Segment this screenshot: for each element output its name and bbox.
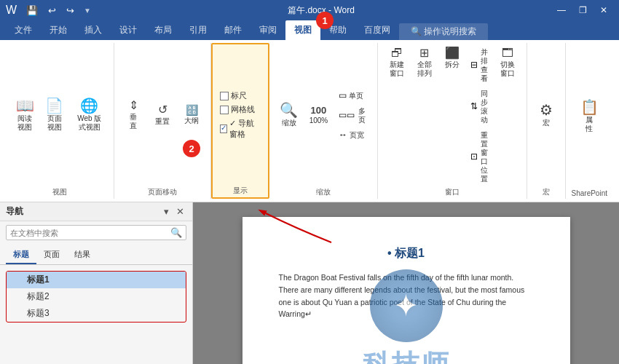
multi-page-icon: ▭▭ (339, 110, 355, 120)
gridlines-checkbox-row[interactable]: 网格线 (218, 103, 256, 116)
doc-newline-1 (279, 326, 534, 335)
doc-newline-3 (279, 344, 534, 352)
doc-newline-4 (279, 352, 534, 361)
web-view-icon: 🌐 (80, 98, 98, 113)
ribbon-tab-bar: 文件 开始 插入 设计 布局 引用 邮件 审阅 视图 1 帮助 百度网 🔍 操作… (0, 20, 619, 40)
window-right-buttons: ⊟ 并排查看 ⇅ 同步滚动 ⊡ 重置窗口位置 (467, 44, 493, 186)
split-button[interactable]: ⬛ 拆分 (439, 44, 465, 72)
properties-button[interactable]: 📋 属性 (575, 97, 604, 136)
macro-icon: ⚙ (540, 103, 553, 117)
sync-scroll-icon: ⇅ (470, 101, 478, 111)
gridlines-label: 网格线 (231, 104, 255, 115)
sync-scroll-button[interactable]: ⇅ 同步滚动 (467, 86, 493, 127)
reset-label: 重置 (155, 117, 170, 126)
multi-page-label: 多页 (357, 107, 368, 124)
doc-newline-5 (279, 361, 534, 364)
document-page: 标题1 The Dragon Boat Festival falls on th… (243, 217, 570, 364)
quick-redo-button[interactable]: ↪ (63, 4, 78, 17)
doc-newline-2 (279, 335, 534, 344)
new-window-button[interactable]: 🗗 新建窗口 (384, 44, 410, 81)
large-label: 大纲 (184, 116, 199, 125)
nav-search-input[interactable] (10, 229, 170, 237)
large-button[interactable]: 🔠 大纲 (178, 102, 205, 128)
nav-pane-label: ✓ 导航窗格 (229, 118, 261, 140)
ribbon-group-page-movement: ⇕ 垂直 ↺ 重置 🔠 大纲 2 (114, 43, 211, 199)
window-controls: — ❐ ✕ (551, 4, 613, 17)
switch-window-button[interactable]: 🗔 切换窗口 (494, 44, 521, 81)
single-page-button[interactable]: ▭ 单页 (335, 88, 371, 103)
show-checkboxes: 标尺 网格线 ✓ 导航窗格 (218, 46, 262, 184)
nav-pane-checkbox-row[interactable]: ✓ 导航窗格 (218, 117, 262, 141)
macros-group-label: 宏 (543, 186, 550, 197)
nav-pane-title: 导航 (6, 205, 23, 218)
reset-window-button[interactable]: ⊡ 重置窗口位置 (467, 127, 493, 186)
nav-item-heading2[interactable]: 标题2 (7, 288, 186, 305)
page-movement-buttons: ⇕ 垂直 ↺ 重置 🔠 大纲 2 (120, 44, 205, 186)
properties-icon: 📋 (580, 100, 599, 114)
ribbon-group-views: 📖 阅读视图 📄 页面视图 🌐 Web 版式视图 视图 (6, 43, 114, 199)
tab-layout[interactable]: 布局 (146, 20, 181, 40)
nav-pane-dropdown-button[interactable]: ▾ (162, 205, 171, 218)
properties-label: 属性 (586, 116, 593, 133)
tab-mail[interactable]: 邮件 (216, 20, 251, 40)
read-view-button[interactable]: 📖 阅读视图 (12, 95, 38, 135)
ribbon-group-sharepoint: 📋 属性 SharePoint (566, 43, 613, 199)
nav-item-heading1[interactable]: 标题1 (7, 272, 186, 288)
gridlines-checkbox[interactable] (220, 106, 229, 114)
main-area: 导航 ▾ ✕ 🔍 标题 页面 结果 标题1 标题2 标题3 (0, 202, 619, 364)
macro-label: 宏 (543, 119, 550, 127)
nav-tabs: 标题 页面 结果 (0, 244, 192, 265)
quick-undo-button[interactable]: ↩ (44, 4, 60, 17)
reset-button[interactable]: ↺ 重置 (149, 101, 176, 129)
web-view-button[interactable]: 🌐 Web 版式视图 (71, 95, 108, 135)
tab-file[interactable]: 文件 (6, 20, 41, 40)
nav-list-border: 标题1 标题2 标题3 (6, 271, 186, 323)
doc-heading: 标题1 (279, 246, 534, 261)
tab-design[interactable]: 设计 (111, 20, 146, 40)
zoom-icon: 🔍 (280, 103, 298, 117)
ribbon-group-macros: ⚙ 宏 宏 (527, 43, 566, 199)
macro-button[interactable]: ⚙ 宏 (533, 100, 559, 130)
multi-page-button[interactable]: ▭▭ 多页 (335, 103, 371, 127)
page-width-icon: ↔ (339, 130, 347, 140)
tab-references[interactable]: 引用 (181, 20, 216, 40)
quick-save-button[interactable]: 💾 (23, 4, 42, 17)
vertical-button[interactable]: ⇕ 垂直 (120, 97, 146, 133)
tab-view[interactable]: 视图 1 (285, 20, 320, 40)
tab-search[interactable]: 🔍 操作说明搜索 (399, 23, 488, 40)
tab-review[interactable]: 审阅 (251, 20, 285, 40)
nav-tab-pages[interactable]: 页面 (36, 247, 67, 264)
zoom100-button[interactable]: 100 100% (305, 103, 332, 128)
annotation-2: 2 (183, 140, 200, 157)
tab-insert[interactable]: 插入 (76, 20, 111, 40)
restore-button[interactable]: ❐ (573, 4, 593, 17)
arrange-all-icon: ⊞ (419, 47, 429, 59)
nav-pane-close-button[interactable]: ✕ (174, 205, 186, 218)
nav-tab-headings[interactable]: 标题 (6, 247, 36, 264)
side-by-side-button[interactable]: ⊟ 并排查看 (467, 44, 493, 85)
views-buttons: 📖 阅读视图 📄 页面视图 🌐 Web 版式视图 (12, 44, 108, 186)
nav-item-heading3[interactable]: 标题3 (7, 305, 186, 322)
tab-baidu[interactable]: 百度网 (355, 20, 399, 40)
vertical-icon: ⇕ (129, 100, 138, 111)
arrange-all-button[interactable]: ⊞ 全部排列 (411, 44, 438, 81)
ruler-checkbox[interactable] (220, 92, 229, 100)
sharepoint-group-label: SharePoint (572, 188, 607, 197)
zoom-button[interactable]: 🔍 缩放 (275, 100, 302, 130)
word-icon: W (6, 4, 17, 17)
customize-label: ▼ (84, 7, 91, 15)
page-view-button[interactable]: 📄 页面视图 (41, 95, 68, 135)
large-icon: 🔠 (186, 105, 198, 115)
nav-pane-checkbox[interactable] (220, 124, 227, 133)
minimize-button[interactable]: — (551, 4, 572, 17)
switch-window-label: 切换窗口 (500, 60, 516, 78)
sync-scroll-label: 同步滚动 (480, 90, 489, 124)
nav-pane-controls: ▾ ✕ (162, 205, 186, 218)
page-width-button[interactable]: ↔ 页宽 (335, 127, 371, 142)
ruler-checkbox-row[interactable]: 标尺 (218, 90, 248, 102)
tab-home[interactable]: 开始 (41, 20, 76, 40)
nav-tab-results[interactable]: 结果 (67, 247, 98, 264)
reset-window-icon: ⊡ (470, 151, 478, 162)
close-button[interactable]: ✕ (594, 4, 613, 17)
ribbon-group-show: 标尺 网格线 ✓ 导航窗格 显示 (211, 43, 269, 199)
